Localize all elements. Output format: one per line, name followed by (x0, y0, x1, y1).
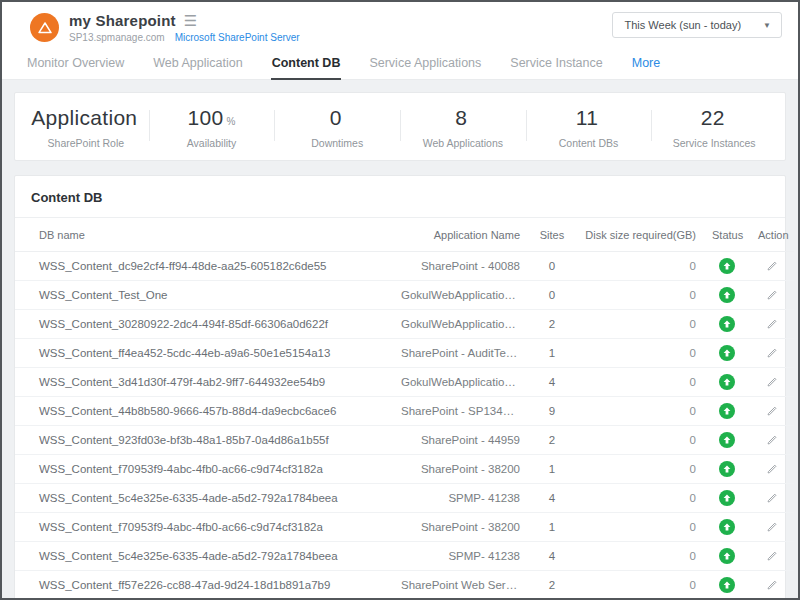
status-up-icon (719, 577, 735, 593)
cell-action (750, 484, 794, 513)
edit-pencil-icon[interactable] (766, 346, 778, 360)
table-row[interactable]: WSS_Content_44b8b580-9666-457b-88d4-da9e… (15, 397, 794, 426)
status-up-icon (719, 316, 735, 332)
app-window: my Sharepoint ☰ SP13.spmanage.com Micros… (0, 0, 800, 600)
cell-sites: 0 (528, 252, 576, 281)
table-row[interactable]: WSS_Content_f70953f9-4abc-4fb0-ac66-c9d7… (15, 455, 794, 484)
stat-content-dbs: 11 Content DBs (526, 106, 652, 149)
table-row[interactable]: WSS_Content_923fd03e-bf3b-48a1-85b7-0a4d… (15, 426, 794, 455)
sharepoint-monitor-icon (30, 13, 59, 42)
tab-monitor-overview[interactable]: Monitor Overview (26, 47, 125, 80)
cell-disk-size: 0 (576, 252, 704, 281)
monitor-type-link[interactable]: Microsoft SharePoint Server (175, 32, 300, 43)
edit-pencil-icon[interactable] (766, 549, 778, 563)
edit-pencil-icon[interactable] (766, 404, 778, 418)
tab-bar: Monitor OverviewWeb ApplicationContent D… (2, 47, 798, 80)
cell-action (750, 513, 794, 542)
hamburger-menu-icon[interactable]: ☰ (184, 13, 197, 28)
table-row[interactable]: WSS_Content_3d41d30f-479f-4ab2-9ff7-6449… (15, 368, 794, 397)
cell-status (704, 426, 750, 455)
edit-pencil-icon[interactable] (766, 375, 778, 389)
column-header-status: Status (704, 218, 750, 252)
status-up-icon (719, 548, 735, 564)
cell-application-name: GokulWebApplication- SP1328261 (393, 310, 528, 339)
time-range-value: This Week (sun - today) (625, 19, 742, 31)
time-range-select[interactable]: This Week (sun - today) ▼ (612, 12, 782, 38)
column-header-db-name: DB name (15, 218, 393, 252)
table-row[interactable]: WSS_Content_Test_One GokulWebApplication… (15, 281, 794, 310)
table-row[interactable]: WSS_Content_dc9e2cf4-ff94-48de-aa25-6051… (15, 252, 794, 281)
table-row[interactable]: WSS_Content_30280922-2dc4-494f-85df-6630… (15, 310, 794, 339)
tab-web-application[interactable]: Web Application (152, 47, 243, 80)
status-up-icon (719, 432, 735, 448)
cell-action (750, 310, 794, 339)
cell-sites: 4 (528, 368, 576, 397)
stat-downtimes: 0 Downtimes (274, 106, 400, 149)
status-up-icon (719, 519, 735, 535)
cell-status (704, 252, 750, 281)
cell-action (750, 368, 794, 397)
stat-availability: 100% Availability (149, 106, 275, 149)
monitor-header: my Sharepoint ☰ SP13.spmanage.com Micros… (2, 2, 798, 47)
cell-db-name: WSS_Content_5c4e325e-6335-4ade-a5d2-792a… (15, 484, 393, 513)
status-up-icon (719, 403, 735, 419)
cell-db-name: WSS_Content_3d41d30f-479f-4ab2-9ff7-6449… (15, 368, 393, 397)
cell-disk-size: 0 (576, 513, 704, 542)
table-row[interactable]: WSS_Content_5c4e325e-6335-4ade-a5d2-792a… (15, 484, 794, 513)
cell-application-name: SharePoint - SP1346710 (393, 397, 528, 426)
cell-db-name: WSS_Content_f70953f9-4abc-4fb0-ac66-c9d7… (15, 513, 393, 542)
cell-db-name: WSS_Content_44b8b580-9666-457b-88d4-da9e… (15, 397, 393, 426)
status-up-icon (719, 345, 735, 361)
edit-pencil-icon[interactable] (766, 578, 778, 592)
tab-content-db[interactable]: Content DB (271, 47, 342, 80)
cell-disk-size: 0 (576, 426, 704, 455)
column-header-sites: Sites (528, 218, 576, 252)
cell-sites: 2 (528, 426, 576, 455)
cell-action (750, 397, 794, 426)
cell-db-name: WSS_Content_Test_One (15, 281, 393, 310)
edit-pencil-icon[interactable] (766, 491, 778, 505)
cell-application-name: GokulWebApplication- SP1328261 (393, 368, 528, 397)
tab-more[interactable]: More (631, 47, 661, 80)
cell-status (704, 542, 750, 571)
status-up-icon (719, 287, 735, 303)
edit-pencil-icon[interactable] (766, 462, 778, 476)
chevron-down-icon: ▼ (763, 21, 771, 30)
edit-pencil-icon[interactable] (766, 433, 778, 447)
column-header-disk-size: Disk size required(GB) (576, 218, 704, 252)
table-body: WSS_Content_dc9e2cf4-ff94-48de-aa25-6051… (15, 252, 794, 599)
cell-status (704, 310, 750, 339)
cell-sites: 1 (528, 455, 576, 484)
cell-application-name: SharePoint - AuditTest33453 (393, 339, 528, 368)
page-title: my Sharepoint (69, 12, 176, 29)
cell-sites: 4 (528, 542, 576, 571)
edit-pencil-icon[interactable] (766, 317, 778, 331)
tab-service-applications[interactable]: Service Applications (368, 47, 482, 80)
cell-application-name: SharePoint - 40088 (393, 252, 528, 281)
edit-pencil-icon[interactable] (766, 259, 778, 273)
table-row[interactable]: WSS_Content_ff57e226-cc88-47ad-9d24-18d1… (15, 571, 794, 599)
cell-status (704, 339, 750, 368)
table-row[interactable]: WSS_Content_f70953f9-4abc-4fb0-ac66-c9d7… (15, 513, 794, 542)
edit-pencil-icon[interactable] (766, 520, 778, 534)
cell-action (750, 571, 794, 599)
edit-pencil-icon[interactable] (766, 288, 778, 302)
cell-disk-size: 0 (576, 571, 704, 599)
cell-sites: 9 (528, 397, 576, 426)
cell-action (750, 339, 794, 368)
cell-db-name: WSS_Content_923fd03e-bf3b-48a1-85b7-0a4d… (15, 426, 393, 455)
stat-web-applications: 8 Web Applications (400, 106, 526, 149)
cell-disk-size: 0 (576, 455, 704, 484)
cell-disk-size: 0 (576, 310, 704, 339)
cell-db-name: WSS_Content_f70953f9-4abc-4fb0-ac66-c9d7… (15, 455, 393, 484)
triangle-icon (38, 22, 52, 34)
cell-sites: 4 (528, 484, 576, 513)
table-row[interactable]: WSS_Content_ff4ea452-5cdc-44eb-a9a6-50e1… (15, 339, 794, 368)
column-header-application-name: Application Name (393, 218, 528, 252)
table-row[interactable]: WSS_Content_5c4e325e-6335-4ade-a5d2-792a… (15, 542, 794, 571)
content-db-table: DB name Application Name Sites Disk size… (15, 218, 794, 598)
cell-application-name: SPMP- 41238 (393, 484, 528, 513)
cell-application-name: SharePoint Web Services (393, 571, 528, 599)
cell-db-name: WSS_Content_30280922-2dc4-494f-85df-6630… (15, 310, 393, 339)
tab-service-instance[interactable]: Service Instance (509, 47, 603, 80)
